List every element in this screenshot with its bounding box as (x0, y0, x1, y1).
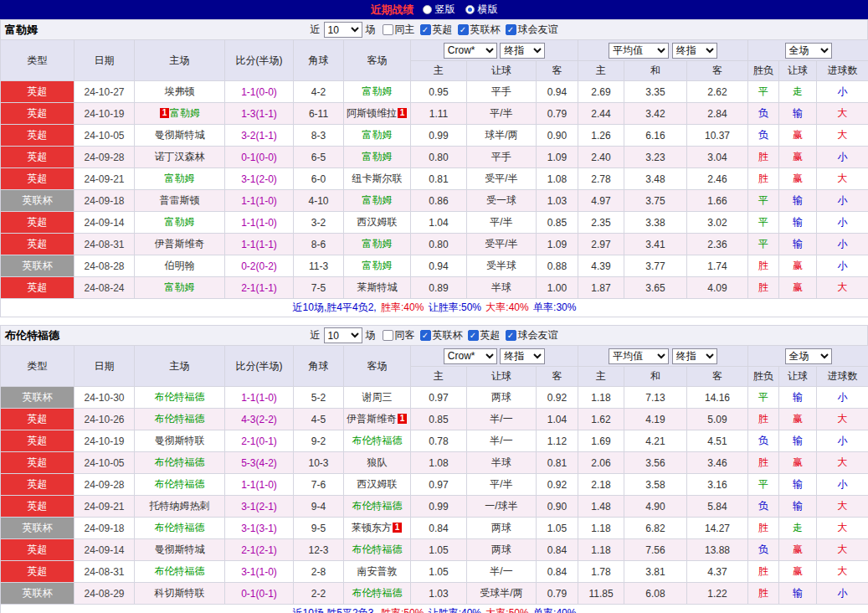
checkbox-icon[interactable]: ✓ (458, 24, 469, 35)
home-team: 普雷斯顿 (135, 190, 225, 212)
col-type: 类型 (1, 40, 74, 81)
corner-score: 9-5 (294, 518, 344, 539)
col-date: 日期 (74, 40, 135, 81)
asia-home-odds: 1.11 (411, 103, 467, 125)
away-team: 布伦特福德 (344, 430, 411, 452)
away-team: 西汉姆联 (344, 212, 411, 234)
filter-checkbox[interactable]: ✓球会友谊 (506, 23, 558, 37)
match-row: 英超24-10-19曼彻斯特联2-1(0-1)9-2布伦特福德0.78半/一1.… (1, 430, 868, 452)
col-result: 胜负 (748, 367, 779, 387)
match-date: 24-09-18 (74, 518, 135, 539)
average-odds-select[interactable]: 平均值 (609, 348, 669, 364)
filter-checkbox[interactable]: 同主 (383, 23, 415, 37)
average-odds-select[interactable]: 平均值 (609, 43, 669, 59)
match-date: 24-10-05 (74, 452, 135, 474)
col-asia-away: 客 (537, 367, 578, 387)
filter-checkbox[interactable]: ✓英联杯 (420, 328, 463, 343)
home-team: 1富勒姆 (135, 103, 225, 125)
col-handicap: 让球 (467, 367, 537, 387)
euro-draw-odds: 3.81 (624, 561, 687, 583)
col-corner: 角球 (294, 40, 344, 81)
euro-odds-time-select[interactable]: 终指 (672, 348, 717, 364)
match-count-select[interactable]: 10 (324, 22, 362, 38)
match-date: 24-08-31 (74, 561, 135, 583)
euro-draw-odds: 3.23 (624, 147, 687, 168)
filter-checkbox[interactable]: ✓英超 (468, 328, 501, 343)
match-count-select[interactable]: 10 (324, 327, 362, 343)
goals-result: 大 (817, 409, 868, 430)
asia-odds-time-select[interactable]: 终指 (500, 43, 545, 59)
team-name-text: 布伦特福德 (155, 391, 205, 403)
bookmaker-select[interactable]: Crow* (444, 43, 497, 59)
euro-draw-odds: 7.56 (624, 539, 687, 561)
match-result: 负 (748, 103, 779, 125)
checkbox-icon[interactable] (383, 330, 393, 341)
filter-checkbox[interactable]: 同客 (383, 328, 415, 343)
summary-segment: 单率:30% (531, 301, 577, 313)
radio-selected-icon[interactable] (465, 5, 475, 14)
away-team: 南安普敦 (344, 561, 411, 583)
goals-result: 大 (817, 539, 868, 561)
team-name-text: 科切斯特联 (155, 587, 205, 599)
scope-select[interactable]: 全场 (785, 43, 832, 59)
bookmaker-select[interactable]: Crow* (444, 348, 497, 364)
asia-odds-time-select[interactable]: 终指 (500, 348, 545, 364)
match-result: 胜 (748, 561, 779, 583)
filter-checkbox[interactable]: ✓英超 (420, 23, 453, 37)
euro-draw-odds: 6.82 (624, 518, 687, 539)
filter-label: 同主 (395, 23, 415, 37)
handicap-line: 半/一 (467, 409, 537, 430)
match-row: 英超24-09-14曼彻斯特城2-1(2-1)12-3布伦特福德1.05两球0.… (1, 539, 868, 561)
handicap-result: 输 (779, 212, 817, 234)
match-row: 英超24-08-24富勒姆2-1(1-1)7-5莱斯特城0.89半球1.001.… (1, 277, 868, 299)
checkbox-icon[interactable]: ✓ (506, 330, 516, 341)
match-row: 英超24-08-31伊普斯维奇1-1(1-1)8-6富勒姆0.80受平/半1.0… (1, 234, 868, 255)
handicap-line: 平手 (467, 81, 537, 103)
scope-controls: 全场 (748, 346, 868, 367)
section-header: 布伦特福德 近 10 场 同客✓英联杯✓英超✓球会友谊 (0, 325, 868, 345)
matches-body: 英联杯24-10-30布伦特福德1-1(1-0)5-2谢周三0.97两球0.92… (1, 387, 868, 605)
euro-home-odds: 2.97 (578, 234, 624, 255)
layout-horizontal-option[interactable]: 横版 (465, 3, 498, 17)
euro-away-odds: 14.16 (687, 387, 748, 409)
checkbox-icon[interactable]: ✓ (468, 330, 479, 341)
red-card-badge: 1 (398, 414, 407, 424)
handicap-line: 受平/半 (467, 234, 537, 255)
euro-odds-time-select[interactable]: 终指 (672, 43, 717, 59)
checkbox-icon[interactable]: ✓ (506, 24, 516, 35)
euro-away-odds: 3.04 (687, 147, 748, 168)
handicap-line: 半/一 (467, 561, 537, 583)
summary-segment: 单率:40% (531, 607, 577, 613)
goals-result: 小 (817, 583, 868, 605)
checkbox-icon[interactable]: ✓ (420, 330, 431, 341)
match-result: 胜 (748, 452, 779, 474)
home-team: 诺丁汉森林 (135, 147, 225, 168)
asia-home-odds: 0.84 (411, 518, 467, 539)
match-score: 0-1(0-1) (225, 583, 294, 605)
filter-checkbox[interactable]: ✓英联杯 (458, 23, 501, 37)
scope-select[interactable]: 全场 (785, 348, 832, 364)
league-type: 英超 (1, 277, 74, 299)
team-section: 布伦特福德 近 10 场 同客✓英联杯✓英超✓球会友谊 类型 日期 主场 (0, 325, 868, 613)
away-team: 狼队 (344, 452, 411, 474)
filter-label: 球会友谊 (518, 23, 558, 37)
asia-home-odds: 0.97 (411, 474, 467, 496)
league-type: 英超 (1, 452, 74, 474)
match-score: 1-1(1-0) (225, 387, 294, 409)
checkbox-icon[interactable]: ✓ (420, 24, 431, 35)
euro-away-odds: 4.37 (687, 561, 748, 583)
col-corner: 角球 (294, 346, 344, 387)
match-score: 1-3(1-1) (225, 103, 294, 125)
radio-unselected-icon[interactable] (423, 5, 432, 14)
summary-segment: 近10场,胜4平4负2, (293, 301, 379, 313)
corner-score: 5-2 (294, 387, 344, 409)
match-row: 英超24-08-31布伦特福德3-1(1-0)2-8南安普敦1.05半/一0.8… (1, 561, 868, 583)
filter-checkbox[interactable]: ✓球会友谊 (506, 328, 558, 343)
checkbox-icon[interactable] (383, 24, 393, 35)
section-header: 富勒姆 近 10 场 同主✓英超✓英联杯✓球会友谊 (0, 19, 868, 39)
euro-home-odds: 1.18 (578, 539, 624, 561)
layout-vertical-option[interactable]: 竖版 (423, 3, 455, 17)
summary-segment: 胜率:50% (381, 607, 424, 613)
corner-score: 7-6 (294, 474, 344, 496)
asia-home-odds: 0.80 (411, 234, 467, 255)
